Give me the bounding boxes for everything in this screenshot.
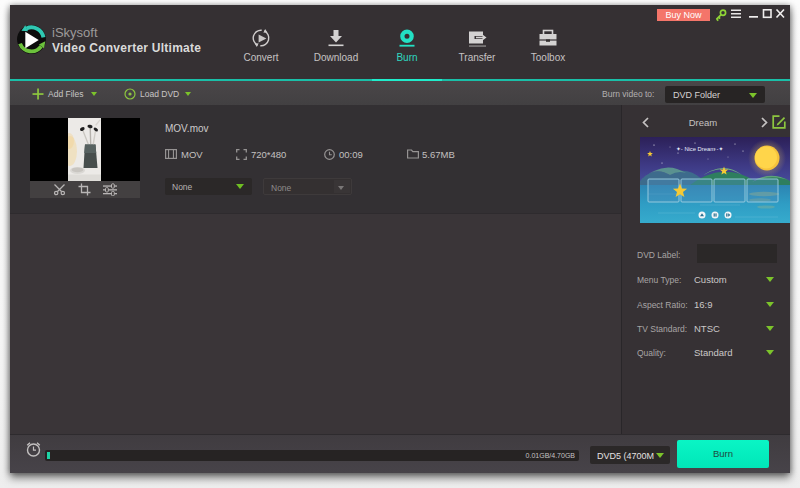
svg-text:✦‑ Nice Dream ‑✦: ✦‑ Nice Dream ‑✦ bbox=[676, 146, 724, 152]
